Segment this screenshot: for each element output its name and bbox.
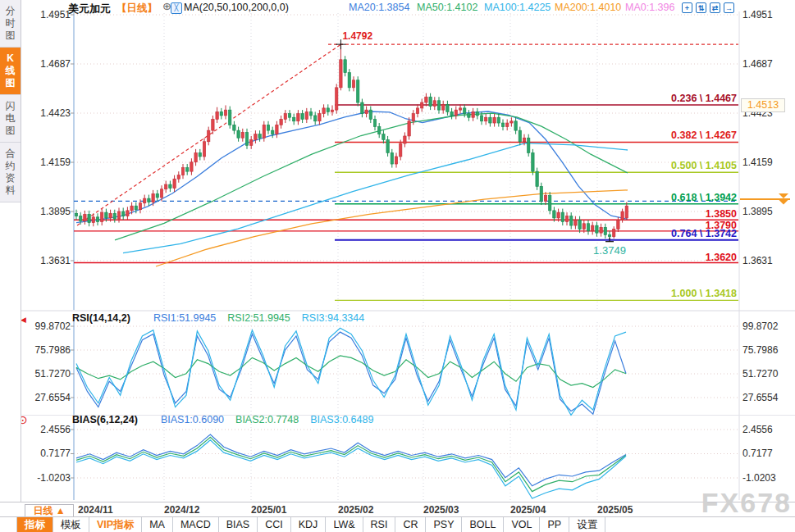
ma200-legend: MA200:1.4010 xyxy=(555,2,621,13)
x-axis-month-label: 2025/02 xyxy=(338,504,373,516)
toolbar-item-VOL[interactable]: VOL xyxy=(504,517,540,532)
indicator-value: RSI3:94.3344 xyxy=(302,312,364,324)
toolbar-item-VIP指标[interactable]: VIP指标 xyxy=(89,517,142,532)
axis-and-level-labels: 0.236 \ 1.44670.382 \ 1.42670.500 \ 1.41… xyxy=(0,0,795,532)
fib-level-label: 0.500 \ 1.4105 xyxy=(525,160,737,171)
toolbar-item-指标[interactable]: 指标 xyxy=(16,517,53,532)
y-axis-tick: 1.4159 xyxy=(742,157,773,168)
y-axis-tick: 1.3631 xyxy=(21,255,71,266)
indicator-value: RSI1:51.9945 xyxy=(153,312,216,324)
indicator-value: BIAS1:0.6090 xyxy=(161,414,224,425)
x-axis-month-label: 2025/04 xyxy=(510,504,546,516)
toolbar-item-PSY[interactable]: PSY xyxy=(426,517,462,532)
x-axis-month-label: 2025/05 xyxy=(597,504,633,516)
y-axis-tick: 0.7177 xyxy=(21,448,71,459)
y-axis-tick: 2.4556 xyxy=(742,424,773,435)
y-axis-tick: 51.7270 xyxy=(742,368,778,380)
y-axis-tick: 0.7177 xyxy=(742,448,773,459)
toolbar-item-RSI[interactable]: RSI xyxy=(363,517,396,532)
toolbar-item-LW&[interactable]: LW& xyxy=(326,517,363,532)
y-axis-tick: 75.7986 xyxy=(21,344,71,356)
support-level-label: 1.3850 xyxy=(574,208,737,220)
price-alert-box: 1.4513 xyxy=(741,98,785,112)
toolbar-item-PP[interactable]: PP xyxy=(540,517,569,532)
indicator-value: BIAS2:0.7748 xyxy=(235,414,299,425)
peak-price-label: 1.4792 xyxy=(342,30,372,42)
rsi-panel-header: RSI(14,14,2)RSI1:51.9945RSI2:51.9945RSI3… xyxy=(72,312,364,324)
toolbar-item-设置[interactable]: 设置 xyxy=(569,517,605,532)
ma0-legend: MA0:1.396 xyxy=(625,2,674,13)
support-level-label: 1.3620 xyxy=(574,252,737,263)
sidebar-tab-item[interactable]: 合约资料 xyxy=(0,143,21,202)
rsi-panel-arrow-icon[interactable]: ◀ xyxy=(21,316,26,324)
bias-title: BIAS(6,12,24) xyxy=(72,414,138,425)
ma20-legend: MA20:1.3854 xyxy=(349,2,409,13)
toolbar-item-CR[interactable]: CR xyxy=(395,517,426,532)
fib-level-label: 0.382 \ 1.4267 xyxy=(525,130,737,141)
chart-header: 美元加元 【日线】 ⊕ ╳ MA(20,50,100,200,0,0) MA20… xyxy=(21,0,795,14)
x-axis-month-label: 2025/01 xyxy=(251,504,286,516)
time-axis-row: 日线 ▲ 2024/112024/122025/012025/022025/03… xyxy=(0,502,795,517)
ma50-legend: MA50:1.4102 xyxy=(417,2,477,13)
symbol-title: 美元加元 xyxy=(68,2,111,16)
indicator-toolbar: 指标模板VIP指标MAMACDBIASCCIKDJLW&RSICRPSYBOLL… xyxy=(0,516,795,532)
rsi-title: RSI(14,14,2) xyxy=(72,312,130,324)
left-view-tabs: 分时图K线图闪电图合约资料 xyxy=(0,0,21,502)
y-axis-tick: 99.8702 xyxy=(21,321,71,332)
y-axis-tick: -1.0203 xyxy=(21,472,71,484)
toolbar-item-MA[interactable]: MA xyxy=(142,517,173,532)
y-axis-tick: 1.3895 xyxy=(21,206,71,217)
y-axis-tick: 1.3631 xyxy=(742,255,773,266)
toolbar-item-模板[interactable]: 模板 xyxy=(53,517,89,532)
y-axis-tick: 27.6554 xyxy=(742,392,778,403)
fib-level-label: 0.618 \ 1.3942 xyxy=(525,192,737,203)
fib-level-label: 1.000 \ 1.3418 xyxy=(525,288,737,299)
ma100-legend: MA100:1.4225 xyxy=(484,2,551,13)
period-tag: 【日线】 xyxy=(117,2,158,16)
y-axis-tick: 1.3895 xyxy=(742,206,773,217)
y-axis-tick: 99.8702 xyxy=(742,321,778,332)
ma-formula: MA(20,50,100,200,0,0) xyxy=(184,2,289,13)
y-axis-tick: 2.4556 xyxy=(21,424,71,435)
toolbar-item-BOLL[interactable]: BOLL xyxy=(462,517,504,532)
indicator-value: RSI2:51.9945 xyxy=(227,312,290,324)
watermark: FX678 xyxy=(701,487,792,519)
y-axis-tick: 75.7986 xyxy=(742,344,778,356)
fib-level-label: 0.236 \ 1.4467 xyxy=(525,93,737,104)
y-axis-tick: 1.4687 xyxy=(21,58,71,70)
sidebar-tab-item[interactable]: 分时图 xyxy=(0,0,21,48)
trough-price-label: 1.3749 xyxy=(581,244,638,257)
toolbar-item-CCI[interactable]: CCI xyxy=(258,517,291,532)
bias-panel-header: BIAS(6,12,24)BIAS1:0.6090BIAS2:0.7748BIA… xyxy=(72,414,373,425)
toolbar-item-KDJ[interactable]: KDJ xyxy=(291,517,327,532)
x-axis-month-label: 2025/03 xyxy=(423,504,459,516)
sidebar-tab-item[interactable]: 闪电图 xyxy=(0,95,21,143)
fib-level-label: 0.764 \ 1.3742 xyxy=(525,228,737,239)
toolbar-item-MACD[interactable]: MACD xyxy=(173,517,219,532)
y-axis-tick: 27.6554 xyxy=(21,392,71,403)
support-level-label: 1.3790 xyxy=(574,220,737,231)
y-axis-tick: 1.4687 xyxy=(742,58,773,70)
y-axis-tick: 1.4423 xyxy=(21,107,71,119)
x-axis-month-label: 2024/11 xyxy=(78,504,113,516)
ma-settings-icon[interactable]: ╳ xyxy=(171,2,182,14)
trading-app-window: 分时图K线图闪电图合约资料 美元加元 【日线】 ⊕ ╳ MA(20,50,100… xyxy=(0,0,795,532)
period-selector-button[interactable]: 日线 ▲ xyxy=(25,504,74,517)
toolbar-item-BIAS[interactable]: BIAS xyxy=(219,517,258,532)
indicator-value: BIAS3:0.6489 xyxy=(310,414,373,425)
chart-canvas xyxy=(0,0,795,532)
y-axis-tick: 1.4159 xyxy=(21,157,71,168)
y-axis-tick: 51.7270 xyxy=(21,368,71,380)
x-axis-month-label: 2024/12 xyxy=(164,504,199,516)
y-axis-tick: -1.0203 xyxy=(742,472,776,484)
sidebar-tab-active[interactable]: K线图 xyxy=(0,48,21,95)
